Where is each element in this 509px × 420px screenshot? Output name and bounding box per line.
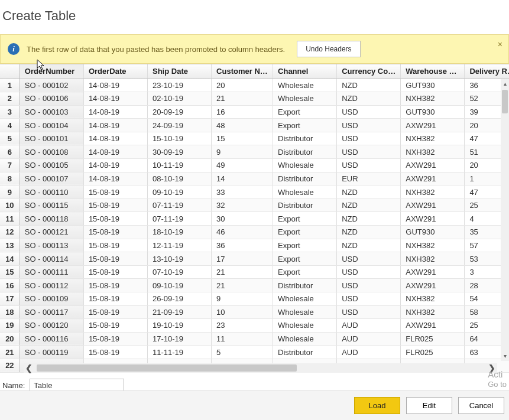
cell[interactable]: Wholesale: [273, 92, 337, 106]
row-number[interactable]: 3: [0, 105, 20, 119]
cell[interactable]: SO - 000112: [20, 279, 83, 292]
cell[interactable]: 15-08-19: [83, 226, 147, 239]
cell[interactable]: SO - 000115: [20, 198, 83, 212]
cell[interactable]: SO - 000105: [20, 159, 83, 172]
cell[interactable]: NXH382: [401, 239, 465, 252]
cell[interactable]: 9: [212, 292, 273, 306]
table-row[interactable]: 13SO - 00011315-08-1912-11-1936ExportNZD…: [0, 239, 509, 252]
column-header[interactable]: Currency Code: [337, 64, 401, 79]
row-number[interactable]: 16: [0, 279, 20, 292]
close-icon[interactable]: ×: [498, 40, 502, 49]
cell[interactable]: 24-09-19: [147, 119, 211, 132]
cell[interactable]: 17-10-19: [147, 332, 211, 346]
cancel-button[interactable]: Cancel: [458, 397, 504, 414]
cell[interactable]: USD: [337, 265, 401, 279]
cell[interactable]: 26-09-19: [147, 292, 211, 306]
cell[interactable]: Distributor: [273, 346, 337, 359]
column-header[interactable]: Warehouse C...: [401, 64, 465, 79]
cell[interactable]: AXW291: [401, 198, 465, 212]
cell[interactable]: Wholesale: [273, 319, 337, 333]
cell[interactable]: Distributor: [273, 132, 337, 145]
cell[interactable]: 21: [212, 92, 273, 106]
column-header[interactable]: Channel: [273, 64, 337, 79]
cell[interactable]: 21: [212, 279, 273, 292]
cell[interactable]: USD: [337, 145, 401, 159]
cell[interactable]: USD: [337, 252, 401, 266]
cell[interactable]: USD: [337, 119, 401, 132]
row-number[interactable]: 20: [0, 332, 20, 346]
table-row[interactable]: 7SO - 00010514-08-1910-11-1949WholesaleU…: [0, 159, 509, 172]
cell[interactable]: Export: [273, 212, 337, 226]
cell[interactable]: SO - 000110: [20, 185, 83, 199]
cell[interactable]: 23: [212, 319, 273, 333]
cell[interactable]: 21: [212, 265, 273, 279]
cell[interactable]: 33: [212, 185, 273, 199]
cell[interactable]: Wholesale: [273, 79, 337, 92]
cell[interactable]: NXH382: [401, 92, 465, 106]
scroll-thumb[interactable]: [37, 364, 297, 372]
cell[interactable]: NXH382: [401, 132, 465, 145]
cell[interactable]: SO - 000103: [20, 105, 83, 119]
cell[interactable]: 15-08-19: [83, 185, 147, 199]
column-header[interactable]: OrderDate: [83, 64, 147, 79]
cell[interactable]: 12-11-19: [147, 239, 211, 252]
row-number[interactable]: 14: [0, 252, 20, 266]
cell[interactable]: AUD: [337, 319, 401, 333]
cell[interactable]: Distributor: [273, 172, 337, 185]
cell[interactable]: NXH382: [401, 145, 465, 159]
undo-headers-button[interactable]: Undo Headers: [297, 41, 360, 57]
cell[interactable]: 30-09-19: [147, 145, 211, 159]
cell[interactable]: Distributor: [273, 198, 337, 212]
scroll-thumb[interactable]: [502, 90, 508, 113]
row-number[interactable]: 8: [0, 172, 20, 185]
cell[interactable]: NZD: [337, 212, 401, 226]
cell[interactable]: 16: [212, 105, 273, 119]
cell[interactable]: NXH382: [401, 252, 465, 266]
cell[interactable]: USD: [337, 305, 401, 319]
cell[interactable]: SO - 000108: [20, 145, 83, 159]
cell[interactable]: 15-08-19: [83, 292, 147, 306]
cell[interactable]: 15: [212, 132, 273, 145]
row-number[interactable]: 11: [0, 212, 20, 226]
cell[interactable]: 5: [212, 346, 273, 359]
cell[interactable]: 13-10-19: [147, 252, 211, 266]
cell[interactable]: USD: [337, 132, 401, 145]
row-number[interactable]: 22: [0, 359, 20, 372]
cell[interactable]: 14-08-19: [83, 145, 147, 159]
cell[interactable]: 48: [212, 119, 273, 132]
cell[interactable]: AXW291: [401, 119, 465, 132]
cell[interactable]: AXW291: [401, 172, 465, 185]
cell[interactable]: NZD: [337, 226, 401, 239]
cell[interactable]: Wholesale: [273, 305, 337, 319]
cell[interactable]: Export: [273, 105, 337, 119]
cell[interactable]: 15-08-19: [83, 346, 147, 359]
cell[interactable]: 17: [212, 252, 273, 266]
cell[interactable]: 14-08-19: [83, 92, 147, 106]
cell[interactable]: NXH382: [401, 292, 465, 306]
cell[interactable]: 15-08-19: [83, 279, 147, 292]
cell[interactable]: 15-08-19: [83, 212, 147, 226]
cell[interactable]: SO - 000120: [20, 319, 83, 333]
cell[interactable]: 07-11-19: [147, 212, 211, 226]
cell[interactable]: 14-08-19: [83, 132, 147, 145]
cell[interactable]: 14-08-19: [83, 159, 147, 172]
cell[interactable]: 09-10-19: [147, 279, 211, 292]
cell[interactable]: GUT930: [401, 226, 465, 239]
cell[interactable]: AXW291: [401, 279, 465, 292]
cell[interactable]: SO - 000119: [20, 346, 83, 359]
table-row[interactable]: 15SO - 00011115-08-1907-10-1921ExportUSD…: [0, 265, 509, 279]
cell[interactable]: Wholesale: [273, 332, 337, 346]
cell[interactable]: 15-08-19: [83, 305, 147, 319]
table-row[interactable]: 4SO - 00010414-08-1924-09-1948ExportUSDA…: [0, 119, 509, 132]
table-row[interactable]: 14SO - 00011415-08-1913-10-1917ExportUSD…: [0, 252, 509, 266]
cell[interactable]: USD: [337, 279, 401, 292]
table-row[interactable]: 1SO - 00010214-08-1923-10-1920WholesaleN…: [0, 79, 509, 92]
load-button[interactable]: Load: [354, 397, 400, 414]
row-number[interactable]: 1: [0, 79, 20, 92]
row-number[interactable]: 9: [0, 185, 20, 199]
cell[interactable]: USD: [337, 159, 401, 172]
cell[interactable]: Export: [273, 252, 337, 266]
table-row[interactable]: 21SO - 00011915-08-1911-11-195Distributo…: [0, 346, 509, 359]
cell[interactable]: AXW291: [401, 319, 465, 333]
row-number[interactable]: 2: [0, 92, 20, 106]
